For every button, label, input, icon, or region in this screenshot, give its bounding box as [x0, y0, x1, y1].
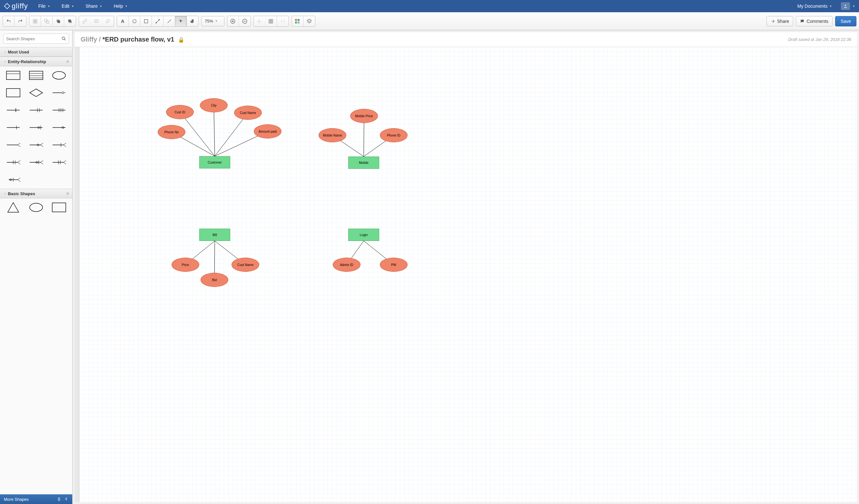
doc-title[interactable]: *ERD purchase flow, v1 [103, 36, 175, 43]
attribute-bid[interactable]: Bid [200, 273, 228, 287]
shape-relationship[interactable] [27, 87, 46, 98]
attribute-pw[interactable]: PW [380, 258, 408, 272]
menu-help[interactable]: Help▼ [108, 0, 134, 12]
text-tool[interactable]: A [117, 16, 129, 27]
svg-line-104 [180, 112, 215, 156]
more-shapes-button[interactable]: More Shapes [4, 497, 29, 502]
zoom-out-button[interactable] [239, 16, 251, 27]
shape-many5[interactable] [27, 157, 46, 168]
layers-button[interactable] [303, 16, 315, 27]
shape-crow5[interactable] [27, 122, 46, 133]
attribute-mprice[interactable]: Mobile Price [350, 109, 378, 123]
svg-line-93 [63, 162, 66, 164]
svg-rect-25 [269, 19, 273, 23]
shape-ellipse[interactable] [27, 202, 46, 213]
menu-my-documents[interactable]: My Documents▼ [792, 0, 838, 12]
shape-entity-rows[interactable] [27, 69, 46, 81]
shape-many4[interactable] [4, 157, 23, 168]
save-button[interactable]: Save [835, 16, 856, 27]
attribute-adminid[interactable]: Admin ID [333, 258, 361, 272]
circle-tool[interactable] [129, 16, 140, 27]
canvas[interactable]: CustomerMobileBillLoginPhone NoCust IDCi… [75, 47, 857, 502]
group-icon [33, 19, 38, 24]
shape-crow6[interactable] [49, 122, 69, 133]
section-er[interactable]: ≡Entity-Relationship× [0, 57, 72, 66]
svg-rect-42 [29, 71, 43, 80]
group-button[interactable] [29, 16, 41, 27]
line-tool[interactable] [164, 16, 175, 27]
entity-bill[interactable]: Bill [199, 229, 230, 241]
share-button[interactable]: Share [767, 16, 793, 27]
zoom-select[interactable]: 75%▼ [201, 16, 224, 27]
shape-crow4[interactable] [4, 122, 23, 133]
close-icon[interactable]: × [66, 59, 69, 64]
theme-icon [295, 19, 300, 24]
redo-button[interactable] [15, 16, 26, 27]
attribute-mname[interactable]: Mobile Name [319, 128, 346, 142]
shape-one-one[interactable] [49, 87, 69, 98]
shape-crow2[interactable] [27, 104, 46, 116]
attribute-custn2[interactable]: Cust Name [231, 258, 259, 272]
svg-rect-33 [295, 19, 297, 21]
breadcrumb-root[interactable]: Gliffy [80, 36, 97, 43]
search-input[interactable] [6, 36, 62, 41]
basic-shapes [0, 199, 72, 217]
ungroup-button[interactable] [41, 16, 52, 27]
attribute-price[interactable]: Price [171, 258, 199, 272]
shape-weak-entity[interactable] [4, 87, 23, 98]
rect-tool[interactable] [140, 16, 152, 27]
attribute-custname[interactable]: Cust Name [234, 106, 262, 120]
attribute-phoneid[interactable]: Phone ID [380, 128, 408, 142]
shape-many3[interactable] [49, 139, 69, 151]
shape-many2[interactable] [27, 139, 46, 151]
svg-point-46 [52, 72, 65, 79]
undo-button[interactable] [3, 16, 15, 27]
theme-button[interactable] [292, 16, 303, 27]
entity-login[interactable]: Login [348, 229, 379, 241]
user-menu[interactable] [841, 2, 850, 10]
zoom-in-button[interactable] [227, 16, 239, 27]
chevron-down-icon: ▼ [215, 20, 218, 22]
shape-entity[interactable] [4, 69, 23, 81]
grid-button[interactable] [266, 16, 277, 27]
section-basic[interactable]: ≡Basic Shapes× [0, 189, 72, 199]
attribute-custid[interactable]: Cust ID [166, 105, 194, 119]
link-button [79, 16, 91, 27]
canvas-inner[interactable]: CustomerMobileBillLoginPhone NoCust IDCi… [75, 47, 526, 337]
sidebar-footer: More Shapes [0, 494, 72, 504]
entity-customer[interactable]: Customer [199, 156, 230, 169]
section-most-used[interactable]: ≡Most Used [0, 47, 72, 57]
pan-tool[interactable] [187, 16, 198, 27]
close-icon[interactable]: × [66, 191, 69, 196]
svg-rect-7 [57, 20, 60, 23]
shape-crow3[interactable] [49, 104, 69, 116]
drag-icon: ≡ [4, 60, 5, 63]
menu-edit[interactable]: Edit▼ [56, 0, 80, 12]
shape-attribute[interactable] [49, 69, 69, 81]
shape-triangle[interactable] [4, 202, 23, 213]
disabled-tools [79, 16, 114, 27]
back-button[interactable] [64, 16, 76, 27]
entity-mobile[interactable]: Mobile [348, 157, 379, 169]
shape-rectangle[interactable] [49, 202, 69, 213]
attribute-amount[interactable]: Amount paid [254, 124, 282, 139]
pointer-tool[interactable] [175, 16, 187, 27]
attribute-city[interactable]: City [200, 98, 228, 112]
svg-line-87 [41, 160, 43, 162]
comments-button[interactable]: Comments [796, 16, 832, 27]
menu-file[interactable]: File▼ [33, 0, 56, 12]
svg-point-16 [159, 19, 160, 20]
search-box[interactable] [3, 33, 69, 44]
connector-tool[interactable] [152, 16, 164, 27]
shape-many6[interactable] [49, 157, 69, 168]
expand-icon[interactable] [57, 497, 61, 501]
collapse-icon[interactable] [64, 497, 69, 501]
front-button[interactable] [52, 16, 64, 27]
shape-many7[interactable] [4, 174, 23, 186]
menu-share[interactable]: Share▼ [80, 0, 108, 12]
shape-crow1[interactable] [4, 104, 23, 116]
svg-marker-37 [307, 19, 311, 21]
shape-many1[interactable] [4, 139, 23, 151]
attribute-phoneno[interactable]: Phone No [158, 125, 185, 139]
app-logo[interactable]: gliffy [3, 2, 33, 10]
